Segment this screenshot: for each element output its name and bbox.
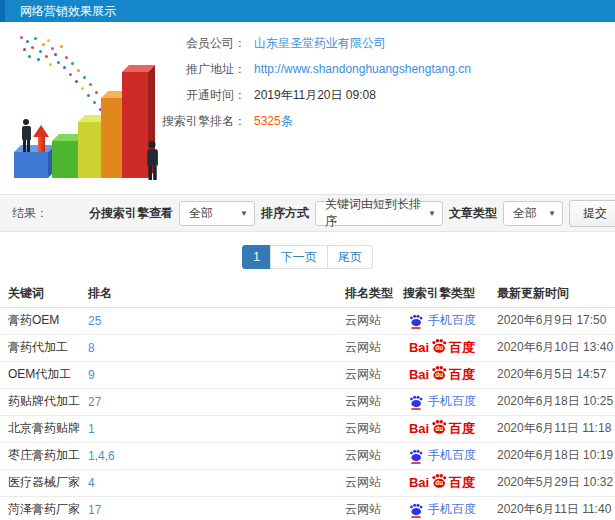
promo-url-row: 推广地址： http://www.shandonghuangshengtang.… <box>160 60 471 78</box>
article-type-select[interactable]: 全部 ▼ <box>503 201 563 226</box>
baidu-logo-text: Bai <box>409 475 429 490</box>
engine-rank-unit: 条 <box>281 114 293 128</box>
table-row: 药贴牌代加工 27 云网站 手机百度 2020年6月18日 10:25 <box>0 388 615 415</box>
baidu-paw-icon: du <box>430 364 448 382</box>
engine-filter-select[interactable]: 全部 ▼ <box>179 201 255 226</box>
keyword-cell: 药贴牌代加工 <box>0 388 80 415</box>
engine-rank-count: 5325 <box>254 114 281 128</box>
rank-cell[interactable]: 4 <box>80 469 337 496</box>
engine-rank-label: 搜索引擎排名： <box>160 113 246 130</box>
engine-type-label: 手机百度 <box>428 312 476 329</box>
col-header-keyword: 关键词 <box>0 281 80 307</box>
rank-cell[interactable]: 1,4,6 <box>80 442 337 469</box>
keyword-cell: 北京膏药贴牌 <box>0 415 80 442</box>
member-company-row: 会员公司： 山东皇圣堂药业有限公司 <box>160 34 471 52</box>
rank-type-cell: 云网站 <box>337 442 395 469</box>
sort-select[interactable]: 关键词由短到长排序 ▼ <box>315 201 443 226</box>
engine-cell: 手机百度 <box>395 496 489 520</box>
keyword-cell: 菏泽膏药厂家 <box>0 496 80 520</box>
table-row: 北京膏药贴牌 1 云网站 Bai du 百度 2020年6月11日 11:18 <box>0 415 615 442</box>
keyword-cell: 膏药代加工 <box>0 334 80 361</box>
rank-cell[interactable]: 1 <box>80 415 337 442</box>
page-button-1[interactable]: 1 <box>242 245 271 269</box>
mobile-baidu-paw-icon <box>408 448 424 464</box>
mobile-baidu-paw-icon <box>408 394 424 410</box>
sort-label: 排序方式 <box>261 205 309 222</box>
filter-controls: 分搜索引擎查看 全部 ▼ 排序方式 关键词由短到长排序 ▼ 文章类型 全部 ▼ … <box>89 200 615 227</box>
keyword-cell: OEM代加工 <box>0 361 80 388</box>
col-header-engine-type: 搜索引擎类型 <box>395 281 489 307</box>
submit-button[interactable]: 提交 <box>569 200 615 227</box>
engine-cell: Bai du 百度 <box>395 361 489 388</box>
engine-type-label: 手机百度 <box>428 393 476 410</box>
rank-type-cell: 云网站 <box>337 307 395 334</box>
engine-type-label: 手机百度 <box>428 501 476 518</box>
businessman-figure-right <box>145 141 159 180</box>
engine-cell: Bai du 百度 <box>395 334 489 361</box>
baidu-logo-text: Bai <box>409 421 429 436</box>
baidu-logo-text: Bai <box>409 367 429 382</box>
rank-cell[interactable]: 9 <box>80 361 337 388</box>
chart-bar-green <box>52 141 80 178</box>
rank-cell[interactable]: 17 <box>80 496 337 520</box>
updated-cell: 2020年6月9日 17:50 <box>489 307 615 334</box>
growth-arrow-icon <box>33 125 49 152</box>
svg-text:du: du <box>435 479 443 486</box>
rank-cell[interactable]: 25 <box>80 307 337 334</box>
table-row: OEM代加工 9 云网站 Bai du 百度 2020年6月5日 14:57 <box>0 361 615 388</box>
svg-text:du: du <box>435 344 443 351</box>
baidu-paw-icon: du <box>430 418 448 436</box>
baidu-logo-suffix: 百度 <box>449 420 475 438</box>
updated-cell: 2020年6月18日 10:25 <box>489 388 615 415</box>
baidu-paw-icon: du <box>430 472 448 490</box>
engine-filter-label: 分搜索引擎查看 <box>89 205 173 222</box>
promo-url-link[interactable]: http://www.shandonghuangshengtang.cn <box>254 62 471 76</box>
engine-filter-value: 全部 <box>189 205 213 222</box>
company-info-fields: 会员公司： 山东皇圣堂药业有限公司 推广地址： http://www.shand… <box>160 34 471 138</box>
engine-rank-value: 5325条 <box>254 113 293 130</box>
next-page-button[interactable]: 下一页 <box>270 245 328 269</box>
last-page-button[interactable]: 尾页 <box>327 245 373 269</box>
rank-type-cell: 云网站 <box>337 469 395 496</box>
updated-cell: 2020年5月29日 10:32 <box>489 469 615 496</box>
baidu-logo-suffix: 百度 <box>449 474 475 492</box>
page-header: 网络营销效果展示 <box>0 0 615 22</box>
open-time-label: 开通时间： <box>160 87 246 104</box>
results-table: 关键词 排名 排名类型 搜索引擎类型 最新更新时间 膏药OEM 25 云网站 手… <box>0 281 615 520</box>
open-time-row: 开通时间： 2019年11月20日 09:08 <box>160 86 471 104</box>
updated-cell: 2020年6月18日 10:19 <box>489 442 615 469</box>
pagination: 1 下一页 尾页 <box>0 245 615 269</box>
rank-type-cell: 云网站 <box>337 361 395 388</box>
engine-type-label: 手机百度 <box>428 447 476 464</box>
table-row: 膏药OEM 25 云网站 手机百度 2020年6月9日 17:50 <box>0 307 615 334</box>
chevron-down-icon: ▼ <box>542 209 556 218</box>
chevron-down-icon: ▼ <box>234 209 248 218</box>
rank-type-cell: 云网站 <box>337 334 395 361</box>
col-header-rank: 排名 <box>80 281 337 307</box>
engine-cell: 手机百度 <box>395 442 489 469</box>
table-header-row: 关键词 排名 排名类型 搜索引擎类型 最新更新时间 <box>0 281 615 307</box>
svg-text:du: du <box>435 425 443 432</box>
updated-cell: 2020年6月11日 11:18 <box>489 415 615 442</box>
result-label: 结果： <box>12 205 48 222</box>
updated-cell: 2020年6月10日 13:40 <box>489 334 615 361</box>
confetti-decoration <box>20 36 23 39</box>
company-info-section: 会员公司： 山东皇圣堂药业有限公司 推广地址： http://www.shand… <box>0 22 615 194</box>
businessman-figure-left <box>20 119 32 152</box>
baidu-logo-suffix: 百度 <box>449 366 475 384</box>
article-type-value: 全部 <box>513 205 537 222</box>
rank-cell[interactable]: 27 <box>80 388 337 415</box>
updated-cell: 2020年6月5日 14:57 <box>489 361 615 388</box>
open-time-value: 2019年11月20日 09:08 <box>254 87 376 104</box>
page-title: 网络营销效果展示 <box>20 4 116 18</box>
table-row: 膏药代加工 8 云网站 Bai du 百度 2020年6月10日 13:40 <box>0 334 615 361</box>
baidu-logo-suffix: 百度 <box>449 339 475 357</box>
baidu-logo-text: Bai <box>409 340 429 355</box>
filter-bar: 结果： 分搜索引擎查看 全部 ▼ 排序方式 关键词由短到长排序 ▼ 文章类型 全… <box>0 194 615 232</box>
table-row: 枣庄膏药加工 1,4,6 云网站 手机百度 2020年6月18日 10:19 <box>0 442 615 469</box>
rank-cell[interactable]: 8 <box>80 334 337 361</box>
rank-type-cell: 云网站 <box>337 415 395 442</box>
member-company-link[interactable]: 山东皇圣堂药业有限公司 <box>254 35 386 52</box>
chevron-down-icon: ▼ <box>422 209 436 218</box>
table-row: 医疗器械厂家 4 云网站 Bai du 百度 2020年5月29日 10:32 <box>0 469 615 496</box>
